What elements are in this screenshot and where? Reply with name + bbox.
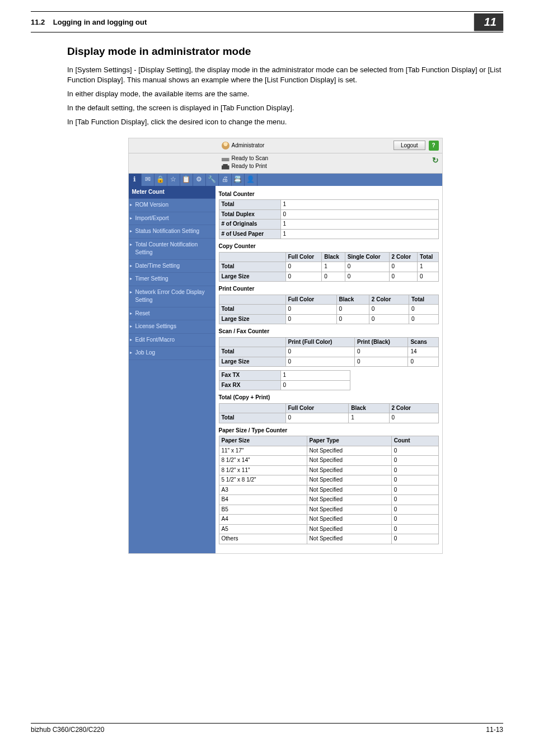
row-label: Large Size (219, 357, 285, 367)
cell: 0 (285, 413, 349, 423)
cell: 0 (285, 314, 336, 324)
refresh-icon[interactable]: ↻ (432, 155, 439, 166)
nav-header[interactable]: Meter Count (129, 186, 216, 199)
section-title: Copy Counter (219, 242, 439, 251)
cell: 11" x 17" (219, 446, 307, 456)
col-header: Full Color (285, 252, 322, 262)
cell: 0 (391, 485, 438, 495)
cell: Not Specified (307, 505, 391, 515)
col-header: Paper Size (219, 436, 307, 446)
cell: 0 (391, 456, 438, 466)
cell: 0 (391, 446, 438, 456)
user-role-label: Administrator (232, 142, 265, 150)
cell: 0 (285, 262, 322, 272)
sidebar-item[interactable]: Total Counter Notification Setting (129, 239, 216, 260)
section-title: Scan / Fax Counter (219, 328, 439, 336)
cell: 1 (418, 262, 438, 272)
col-header: Scans (408, 337, 438, 347)
cell: 0 (391, 515, 438, 525)
sidebar-item[interactable]: License Settings (129, 320, 216, 334)
cell: 0 (389, 262, 418, 272)
cell: A3 (219, 485, 307, 495)
col-header: Full Color (285, 295, 336, 305)
tab-icon[interactable]: ⚙ (193, 174, 206, 186)
cell: 0 (369, 305, 409, 315)
tab-icon[interactable]: 👤 (245, 174, 257, 186)
cell: 0 (391, 534, 438, 544)
tab-icon[interactable]: 📇 (232, 174, 245, 186)
cell: 0 (391, 475, 438, 486)
sidebar-item[interactable]: ROM Version (129, 199, 216, 212)
col-header: Total (409, 295, 438, 305)
help-icon[interactable]: ? (429, 141, 439, 151)
row-label: Total (219, 200, 280, 210)
cell: A4 (219, 515, 307, 525)
cell: 0 (345, 262, 389, 272)
cell: 0 (285, 272, 322, 282)
printer-icon (222, 164, 229, 170)
cell: 0 (391, 524, 438, 534)
col-header: 2 Color (389, 252, 418, 262)
cell: 0 (409, 314, 438, 324)
cell: 0 (322, 272, 345, 282)
section-title: Paper Size / Type Counter (219, 427, 439, 435)
cell: Not Specified (307, 515, 391, 525)
status-print: Ready to Print (232, 162, 267, 171)
row-value: 1 (280, 200, 438, 210)
sidebar-item[interactable]: Edit Font/Macro (129, 334, 216, 347)
tab-icon[interactable]: 🔧 (206, 174, 219, 186)
logout-button[interactable]: Logout (394, 141, 425, 150)
col-header (219, 337, 285, 347)
cell: 0 (369, 314, 409, 324)
row-label: # of Used Paper (219, 229, 280, 239)
sidebar-item[interactable]: Network Error Code Display Setting (129, 286, 216, 307)
cell: 8 1/2" x 11" (219, 465, 307, 475)
col-header: Print (Full Color) (285, 337, 355, 347)
col-header: Full Color (285, 403, 349, 413)
tab-icon[interactable]: ☆ (167, 174, 180, 186)
cell: Not Specified (307, 446, 391, 456)
col-header: Count (391, 436, 438, 446)
tab-icon[interactable]: ℹ (129, 174, 142, 186)
cell: 0 (409, 305, 438, 315)
sidebar-item[interactable]: Job Log (129, 347, 216, 360)
col-header: Total (418, 252, 438, 262)
section-title: Logging in and logging out (53, 18, 147, 26)
col-header: Print (Black) (355, 337, 408, 347)
col-header: Single Color (345, 252, 389, 262)
tab-icon[interactable]: ✉ (142, 174, 154, 186)
sidebar-item[interactable]: Reset (129, 307, 216, 321)
col-header: 2 Color (369, 295, 409, 305)
row-label: Large Size (219, 314, 285, 324)
body-paragraph: In either display mode, the available it… (67, 89, 503, 100)
admin-mode-screenshot: Administrator Logout ? ↻ Ready to Scan R… (128, 138, 443, 554)
col-header (219, 403, 285, 413)
tab-icon[interactable]: 📋 (180, 174, 193, 186)
cell: 0 (391, 465, 438, 475)
cell: Not Specified (307, 485, 391, 495)
cell: 0 (389, 413, 438, 423)
sidebar-item[interactable]: Import/Export (129, 212, 216, 226)
tab-icon[interactable]: 🔒 (154, 174, 167, 186)
body-paragraph: In the default setting, the screen is di… (67, 103, 503, 114)
row-value: 0 (280, 209, 438, 220)
cell: Not Specified (307, 524, 391, 534)
tab-icon[interactable]: 🖨 (219, 174, 232, 186)
cell: 8 1/2" x 14" (219, 456, 307, 466)
cell: 0 (391, 495, 438, 505)
cell: 0 (285, 357, 355, 367)
sidebar-item[interactable]: Date/Time Setting (129, 260, 216, 273)
sidebar-item[interactable]: Status Notification Setting (129, 225, 216, 239)
cell: 5 1/2" x 8 1/2" (219, 475, 307, 486)
footer-model: bizhub C360/C280/C220 (31, 726, 104, 734)
row-label: Total (219, 262, 285, 272)
cell: 0 (418, 272, 438, 282)
col-header: Paper Type (307, 436, 391, 446)
cell: Others (219, 534, 307, 544)
row-label: Total (219, 347, 285, 357)
cell: 0 (389, 272, 418, 282)
body-paragraph: In [Tab Function Display], click the des… (67, 117, 503, 128)
sidebar-item[interactable]: Timer Setting (129, 273, 216, 286)
cell: 0 (391, 505, 438, 515)
col-header: 2 Color (389, 403, 438, 413)
